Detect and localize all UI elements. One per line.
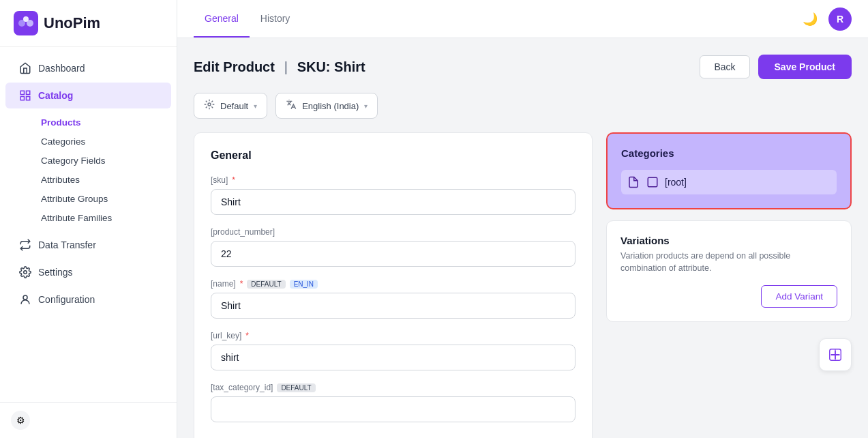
url-key-input[interactable] [211, 345, 575, 370]
tax-category-label: [tax_category_id] DEFAULT [211, 383, 575, 392]
footer-icon: ⚙ [11, 411, 30, 430]
svg-rect-0 [14, 11, 38, 35]
user-avatar[interactable]: R [828, 8, 852, 31]
sidebar-footer: ⚙ [0, 402, 177, 438]
page-content: Edit Product | SKU: Shirt Back Save Prod… [177, 38, 868, 438]
svg-point-10 [208, 103, 211, 106]
app-name: UnoPim [44, 14, 100, 32]
variations-description: Variation products are depend on all pos… [620, 250, 837, 274]
name-input[interactable] [211, 293, 575, 319]
transfer-icon [19, 239, 31, 251]
dark-mode-icon[interactable]: 🌙 [803, 12, 818, 27]
settings-label: Settings [38, 267, 73, 278]
category-item[interactable]: [root] [621, 170, 837, 194]
form-card: General [sku] * [product_number] [194, 132, 593, 438]
file-icon [627, 175, 640, 189]
sidebar-item-attribute-groups[interactable]: Attribute Groups [33, 190, 177, 208]
sku-input[interactable] [211, 189, 575, 215]
svg-point-3 [23, 16, 29, 22]
url-key-required: * [245, 331, 249, 340]
scope-label: Default [220, 101, 248, 111]
main-area: General History 🌙 R Edit Product | SKU: … [177, 0, 868, 438]
field-url-key: [url_key] * [211, 331, 575, 370]
sidebar: UnoPim Dashboard Catalog [0, 0, 177, 438]
scope-dropdown[interactable]: Default ▾ [194, 93, 267, 119]
logo-icon [14, 11, 38, 35]
save-product-button[interactable]: Save Product [758, 55, 852, 79]
home-icon [19, 62, 31, 74]
sidebar-item-dashboard[interactable]: Dashboard [5, 55, 171, 81]
data-transfer-label: Data Transfer [38, 239, 96, 250]
scope-chevron: ▾ [254, 102, 257, 110]
url-key-label: [url_key] * [211, 331, 575, 340]
right-panel: Categories [ro [606, 132, 852, 438]
svg-rect-4 [20, 91, 24, 94]
sidebar-nav: Dashboard Catalog Products Categories [0, 47, 177, 402]
categories-card: Categories [ro [606, 132, 852, 209]
svg-rect-7 [27, 97, 30, 100]
logo: UnoPim [0, 0, 177, 47]
add-float-button[interactable] [819, 338, 852, 371]
back-button[interactable]: Back [700, 55, 749, 78]
field-sku: [sku] * [211, 175, 575, 215]
config-label: Configuration [38, 294, 95, 305]
page-title: Edit Product | SKU: Shirt [194, 59, 365, 75]
scope-icon [204, 99, 215, 113]
config-icon [19, 293, 31, 306]
main-grid: General [sku] * [product_number] [194, 132, 852, 438]
variations-title: Variations [620, 235, 837, 246]
topbar: General History 🌙 R [177, 0, 868, 38]
catalog-label: Catalog [38, 90, 73, 101]
field-tax-category: [tax_category_id] DEFAULT [211, 383, 575, 422]
sidebar-item-attribute-families[interactable]: Attribute Families [33, 209, 177, 227]
tab-general[interactable]: General [194, 0, 250, 38]
category-root-label: [root] [665, 177, 687, 188]
svg-point-9 [23, 295, 27, 300]
sidebar-item-category-fields[interactable]: Category Fields [33, 151, 177, 170]
dashboard-label: Dashboard [38, 63, 85, 74]
product-number-label: [product_number] [211, 227, 575, 237]
sku-required: * [232, 175, 235, 185]
catalog-subnav: Products Categories Category Fields Attr… [0, 110, 177, 231]
svg-point-8 [24, 271, 27, 274]
locale-label: English (India) [302, 101, 359, 111]
form-section-title: General [211, 149, 575, 162]
add-variant-button[interactable]: Add Variant [761, 285, 837, 308]
sidebar-item-categories[interactable]: Categories [33, 132, 177, 151]
variations-card: Variations Variation products are depend… [606, 220, 852, 322]
topbar-actions: 🌙 R [803, 8, 852, 31]
svg-rect-11 [648, 177, 657, 187]
sidebar-item-attributes[interactable]: Attributes [33, 171, 177, 189]
locale-chevron: ▾ [364, 102, 368, 110]
sidebar-item-settings[interactable]: Settings [5, 259, 171, 285]
field-name: [name] * DEFAULT EN_IN [211, 279, 575, 319]
svg-rect-6 [20, 97, 24, 100]
product-number-input[interactable] [211, 241, 575, 267]
header-actions: Back Save Product [700, 55, 852, 79]
sidebar-item-configuration[interactable]: Configuration [5, 287, 171, 312]
tab-history[interactable]: History [250, 0, 301, 38]
settings-icon [19, 266, 31, 278]
field-product-number: [product_number] [211, 227, 575, 267]
tax-badge-default: DEFAULT [277, 383, 315, 392]
locale-icon [286, 99, 297, 113]
sku-label: [sku] * [211, 175, 575, 185]
page-header: Edit Product | SKU: Shirt Back Save Prod… [194, 55, 852, 79]
sidebar-item-catalog[interactable]: Catalog [5, 83, 171, 108]
name-label: [name] * DEFAULT EN_IN [211, 279, 575, 289]
tab-bar: General History [194, 0, 301, 38]
tax-category-input[interactable] [211, 396, 575, 422]
filter-row: Default ▾ English (India) ▾ [194, 93, 852, 119]
checkbox-icon[interactable] [646, 175, 659, 189]
catalog-icon [19, 89, 31, 102]
name-badge-default: DEFAULT [247, 280, 285, 289]
sidebar-item-data-transfer[interactable]: Data Transfer [5, 232, 171, 258]
categories-title: Categories [621, 147, 837, 159]
plus-icon [828, 347, 843, 362]
name-badge-locale: EN_IN [290, 280, 318, 289]
title-separator: | [284, 59, 288, 74]
svg-rect-5 [27, 91, 30, 94]
sidebar-item-products[interactable]: Products [33, 113, 177, 132]
name-required: * [240, 279, 243, 289]
locale-dropdown[interactable]: English (India) ▾ [275, 93, 378, 119]
